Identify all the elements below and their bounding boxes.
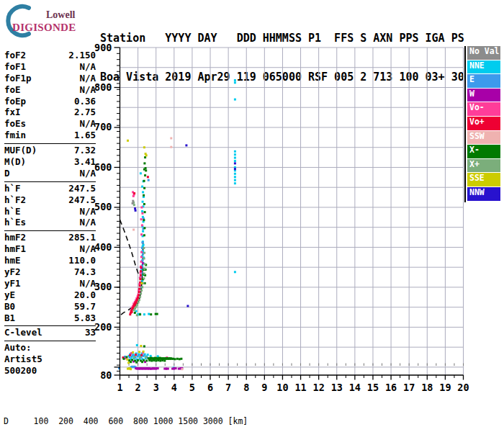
echo-dot: [130, 361, 132, 363]
echo-dot: [138, 288, 140, 290]
param-label: B1: [4, 312, 15, 324]
echo-dot: [134, 360, 136, 362]
echo-dot: [176, 358, 179, 360]
echo-dot: [141, 266, 143, 268]
param-label: hmF2: [4, 232, 26, 243]
echo-dot: [143, 196, 145, 198]
echo-dot: [163, 358, 166, 360]
echo-dot: [234, 153, 236, 156]
param-row: h`F2247.5: [4, 194, 96, 206]
echo-dot: [145, 368, 149, 370]
echo-dot: [142, 274, 144, 276]
echo-dot: [131, 311, 133, 313]
echo-dot: [140, 233, 143, 235]
param-value: N/A: [79, 61, 96, 73]
echo-dot: [142, 240, 144, 243]
echo-dot: [136, 299, 138, 301]
param-value: 0.36: [74, 96, 96, 107]
param-row: fxI2.75: [4, 107, 96, 118]
echo-dot: [157, 355, 159, 357]
param-label: M(D): [4, 156, 26, 168]
echo-dot: [135, 300, 137, 302]
echo-dot: [139, 313, 141, 315]
echo-dot: [144, 211, 146, 213]
echo-dot: [140, 292, 142, 294]
echo-dot: [129, 313, 131, 315]
echo-dot: [161, 359, 163, 361]
echo-dot: [140, 274, 143, 276]
echo-dot: [143, 220, 145, 222]
param-value: 247.5: [68, 183, 96, 194]
echo-dot: [138, 367, 141, 369]
echo-dot: [150, 357, 153, 359]
param-row: yF274.3: [4, 266, 96, 278]
echo-dot: [128, 367, 131, 369]
param-row: C-level33: [4, 327, 96, 338]
echo-dot: [133, 366, 135, 368]
echo-dot: [150, 360, 153, 362]
echo-dot: [133, 194, 135, 196]
echo-dot: [142, 268, 144, 270]
echo-dot: [142, 216, 144, 218]
echo-dots: [118, 79, 236, 370]
echo-dot: [142, 368, 145, 370]
param-label: yE: [4, 289, 15, 301]
echo-dot: [147, 354, 149, 356]
echo-dot: [132, 307, 135, 310]
param-value: N/A: [79, 206, 96, 217]
echo-dot: [180, 358, 182, 360]
echo-dot: [145, 269, 147, 271]
echo-dot: [139, 276, 141, 279]
echo-dot: [143, 162, 145, 164]
legend-item-x-: X-: [467, 145, 500, 158]
y-axis-tick-label: 200: [94, 321, 112, 333]
echo-dot: [155, 358, 158, 360]
echo-dot: [130, 366, 132, 368]
echo-dot: [130, 352, 132, 354]
echo-dot: [142, 205, 144, 207]
param-divider: [4, 230, 96, 231]
echo-dot: [144, 263, 146, 265]
echo-dot: [140, 282, 143, 284]
echo-dot: [132, 361, 135, 363]
echo-dot: [145, 153, 147, 155]
echo-dot: [138, 289, 140, 292]
param-label: MUF(D): [4, 145, 37, 156]
echo-dot: [138, 294, 140, 297]
direction-color-legend: No ValNNEEWVo-Vo+SSWX-X+SSENNW: [467, 46, 500, 202]
echo-dot: [143, 258, 145, 260]
param-label: foEp: [4, 96, 26, 107]
echo-dot: [168, 358, 171, 360]
echo-dot: [127, 361, 130, 364]
param-label: h`F: [4, 183, 21, 194]
echo-dot: [140, 172, 142, 174]
x-axis-tick-label: 15: [367, 382, 379, 393]
y-axis-tick-label: 700: [94, 121, 112, 132]
echo-dot: [173, 367, 175, 369]
echo-dot: [140, 272, 142, 274]
echo-dot: [130, 312, 132, 314]
echo-dot: [179, 358, 181, 360]
echo-dot: [140, 356, 143, 359]
echo-dot: [130, 368, 132, 370]
echo-dot: [131, 307, 133, 309]
echo-dot: [132, 195, 135, 197]
echo-dot: [150, 358, 153, 360]
param-row: h`F247.5: [4, 183, 96, 194]
echo-dot: [140, 261, 143, 263]
echo-dot: [234, 271, 236, 273]
echo-dot: [131, 366, 133, 368]
echo-dot: [140, 207, 143, 209]
param-row: foEN/A: [4, 84, 96, 96]
echo-dot: [139, 296, 141, 298]
echo-dot: [133, 304, 135, 306]
param-value: 3.41: [74, 156, 96, 168]
autoscaling-info-line: Auto:: [4, 342, 96, 354]
scaled-parameters-panel: foF22.150foF1N/AfoF1pN/AfoEN/AfoEp0.36fx…: [4, 50, 96, 377]
echo-dot: [167, 357, 170, 359]
echo-dot: [150, 355, 152, 357]
param-value: N/A: [79, 243, 96, 255]
echo-dot: [145, 154, 148, 156]
echo-dot: [143, 146, 145, 148]
echo-dot: [136, 368, 140, 370]
